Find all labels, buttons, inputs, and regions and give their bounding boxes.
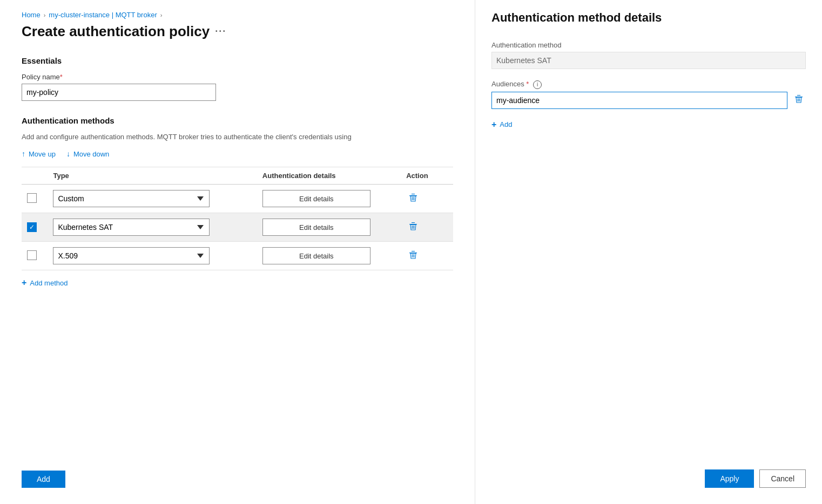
auth-method-label: Authentication method <box>491 41 806 49</box>
move-up-label: Move up <box>29 150 56 158</box>
add-method-label: Add method <box>30 279 68 287</box>
right-panel: Authentication method details Authentica… <box>475 0 822 504</box>
row3-action-cell <box>401 242 453 270</box>
row2-checkbox[interactable] <box>27 222 37 232</box>
auth-methods-section: Authentication methods Add and configure… <box>22 116 453 288</box>
row2-delete-button[interactable] <box>406 219 420 235</box>
row3-delete-button[interactable] <box>406 248 420 264</box>
row1-edit-cell: Edit details <box>257 185 401 213</box>
row3-edit-button[interactable]: Edit details <box>262 247 370 264</box>
more-options-icon[interactable]: ··· <box>215 26 226 37</box>
left-panel: Home › my-cluster-instance | MQTT broker… <box>0 0 475 504</box>
add-button[interactable]: Add <box>22 471 65 488</box>
move-down-button[interactable]: ↓ Move down <box>66 149 109 158</box>
row1-delete-button[interactable] <box>406 190 420 207</box>
audiences-input-row <box>491 92 806 109</box>
row3-type-cell: Custom Kubernetes SAT X.509 <box>48 242 257 270</box>
row3-checkbox-cell <box>22 242 48 270</box>
svg-rect-16 <box>797 95 800 96</box>
table-row: Custom Kubernetes SAT X.509 Edit details <box>22 213 453 242</box>
move-down-label: Move down <box>73 150 109 158</box>
breadcrumb-sep-2: › <box>160 12 163 18</box>
row2-edit-button[interactable]: Edit details <box>262 219 370 236</box>
auth-method-field-group: Authentication method Kubernetes SAT <box>491 41 806 69</box>
row1-action-cell <box>401 185 453 213</box>
row2-type-select[interactable]: Custom Kubernetes SAT X.509 <box>53 219 210 236</box>
bottom-actions: Add <box>22 471 65 488</box>
col-header-action: Action <box>401 167 453 185</box>
table-row: Custom Kubernetes SAT X.509 Edit details <box>22 185 453 213</box>
page-title: Create authentication policy <box>22 23 210 40</box>
policy-name-input[interactable] <box>22 84 216 101</box>
col-header-checkbox <box>22 167 48 185</box>
col-header-type: Type <box>48 167 257 185</box>
add-method-plus-icon: + <box>22 278 26 288</box>
breadcrumb: Home › my-cluster-instance | MQTT broker… <box>22 11 453 19</box>
policy-name-required: * <box>60 73 63 81</box>
row2-type-cell: Custom Kubernetes SAT X.509 <box>48 213 257 242</box>
breadcrumb-home[interactable]: Home <box>22 11 41 19</box>
move-controls: ↑ Move up ↓ Move down <box>22 149 453 158</box>
page-title-container: Create authentication policy ··· <box>22 23 453 40</box>
audiences-label: Audiences * i <box>491 80 806 89</box>
row1-delete-icon <box>408 193 418 202</box>
apply-button[interactable]: Apply <box>705 469 754 488</box>
row3-delete-icon <box>408 250 418 260</box>
add-audience-plus-icon: + <box>491 120 496 130</box>
row3-edit-cell: Edit details <box>257 242 401 270</box>
move-up-icon: ↑ <box>22 149 25 158</box>
row3-checkbox[interactable] <box>27 250 37 260</box>
row1-checkbox-cell <box>22 185 48 213</box>
audiences-info-icon[interactable]: i <box>533 80 542 89</box>
row3-type-select[interactable]: Custom Kubernetes SAT X.509 <box>53 247 210 264</box>
svg-rect-6 <box>412 222 415 223</box>
right-panel-actions: Apply Cancel <box>705 469 806 488</box>
row2-delete-icon <box>408 221 418 231</box>
svg-rect-11 <box>412 251 415 251</box>
svg-rect-1 <box>412 194 415 194</box>
move-down-icon: ↓ <box>66 149 70 158</box>
col-header-auth-details: Authentication details <box>257 167 401 185</box>
row2-checkbox-cell <box>22 213 48 242</box>
audiences-required: * <box>526 80 529 88</box>
row1-type-select[interactable]: Custom Kubernetes SAT X.509 <box>53 190 210 207</box>
breadcrumb-cluster[interactable]: my-cluster-instance | MQTT broker <box>49 11 157 19</box>
table-row: Custom Kubernetes SAT X.509 Edit details <box>22 242 453 270</box>
audiences-field-group: Audiences * i <box>491 80 806 109</box>
row1-type-cell: Custom Kubernetes SAT X.509 <box>48 185 257 213</box>
auth-methods-table: Type Authentication details Action Custo… <box>22 167 453 270</box>
auth-method-value: Kubernetes SAT <box>491 52 806 69</box>
row2-action-cell <box>401 213 453 242</box>
auth-methods-desc: Add and configure authentication methods… <box>22 133 453 141</box>
audiences-delete-button[interactable] <box>792 92 806 108</box>
move-up-button[interactable]: ↑ Move up <box>22 149 56 158</box>
add-audience-label: Add <box>500 120 512 128</box>
add-method-button[interactable]: + Add method <box>22 278 68 288</box>
policy-name-label: Policy name* <box>22 73 453 81</box>
cancel-button[interactable]: Cancel <box>759 469 806 488</box>
row2-edit-cell: Edit details <box>257 213 401 242</box>
essentials-title: Essentials <box>22 56 453 65</box>
row1-checkbox[interactable] <box>27 193 37 203</box>
essentials-section: Essentials Policy name* <box>22 56 453 101</box>
add-audience-button[interactable]: + Add <box>491 120 512 130</box>
right-panel-title: Authentication method details <box>491 11 806 25</box>
auth-methods-title: Authentication methods <box>22 116 453 125</box>
breadcrumb-sep-1: › <box>44 12 46 18</box>
audiences-delete-icon <box>794 94 804 104</box>
table-header-row: Type Authentication details Action <box>22 167 453 185</box>
audiences-input[interactable] <box>491 92 787 109</box>
row1-edit-button[interactable]: Edit details <box>262 190 370 207</box>
